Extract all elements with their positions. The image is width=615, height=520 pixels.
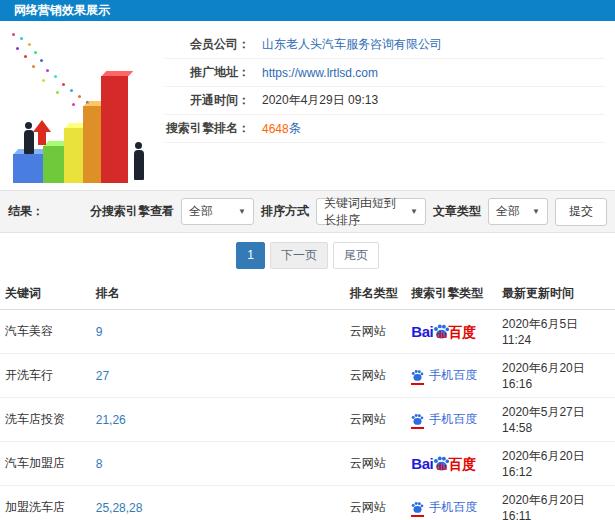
ranking-table: 关键词 排名 排名类型 搜索引擎类型 最新更新时间 汽车美容9云网站Baidu百… bbox=[0, 277, 615, 520]
keyword-cell: 洗车店投资 bbox=[0, 398, 91, 442]
table-row: 洗车店投资21,26云网站手机百度2020年5月27日 14:58 bbox=[0, 398, 615, 442]
sort-label: 排序方式 bbox=[261, 203, 309, 220]
article-type-select[interactable]: 全部 ▼ bbox=[488, 198, 548, 225]
keyword-cell: 开洗车行 bbox=[0, 354, 91, 398]
header-keyword: 关键词 bbox=[0, 277, 91, 310]
mobile-baidu-icon bbox=[411, 413, 424, 429]
info-section: 会员公司： 山东老人头汽车服务咨询有限公司 推广地址： https://www.… bbox=[0, 21, 615, 190]
promo-url-link[interactable]: https://www.lrtlsd.com bbox=[262, 66, 378, 80]
rank-cell: 25,28,28 bbox=[91, 486, 345, 520]
article-type-value: 全部 bbox=[496, 203, 520, 220]
engine-cell: Baidu百度 bbox=[406, 442, 497, 486]
keyword-cell: 汽车美容 bbox=[0, 310, 91, 354]
updated-cell: 2020年6月20日 16:11 bbox=[497, 486, 615, 520]
illu-bar-blue bbox=[13, 154, 43, 183]
mobile-baidu-label: 手机百度 bbox=[429, 368, 477, 382]
baidu-logo-du: du bbox=[436, 331, 447, 340]
filter-bar: 结果： 分搜索引擎查看 全部 ▼ 排序方式 关键词由短到长排序 ▼ 文章类型 全… bbox=[0, 190, 615, 233]
rank-link[interactable]: 8 bbox=[96, 457, 103, 471]
rank-cell: 21,26 bbox=[91, 398, 345, 442]
table-row: 加盟洗车店25,28,28云网站手机百度2020年6月20日 16:11 bbox=[0, 486, 615, 520]
engine-filter-label: 分搜索引擎查看 bbox=[90, 203, 174, 220]
company-label: 会员公司： bbox=[165, 36, 250, 53]
rank-type-cell: 云网站 bbox=[345, 442, 407, 486]
open-time-value: 2020年4月29日 09:13 bbox=[262, 92, 378, 109]
info-row-company: 会员公司： 山东老人头汽车服务咨询有限公司 bbox=[165, 31, 605, 59]
person-figure-right bbox=[133, 142, 144, 180]
filter-controls: 分搜索引擎查看 全部 ▼ 排序方式 关键词由短到长排序 ▼ 文章类型 全部 ▼ … bbox=[90, 198, 607, 226]
rank-type-cell: 云网站 bbox=[345, 354, 407, 398]
mobile-baidu-icon bbox=[411, 369, 424, 385]
article-type-label: 文章类型 bbox=[433, 203, 481, 220]
baidu-paw-icon bbox=[411, 501, 424, 514]
baidu-logo: Baidu百度 bbox=[411, 455, 476, 472]
next-page-button[interactable]: 下一页 bbox=[270, 242, 328, 269]
chevron-down-icon: ▼ bbox=[532, 207, 540, 216]
rank-link[interactable]: 27 bbox=[96, 369, 109, 383]
rank-link[interactable]: 9 bbox=[96, 325, 103, 339]
table-row: 汽车美容9云网站Baidu百度2020年6月5日 11:24 bbox=[0, 310, 615, 354]
baidu-logo-du: du bbox=[436, 463, 447, 472]
submit-button[interactable]: 提交 bbox=[555, 198, 607, 226]
rank-link[interactable]: 21,26 bbox=[96, 413, 126, 427]
result-label: 结果： bbox=[8, 203, 44, 220]
rank-link[interactable]: 25,28,28 bbox=[96, 501, 143, 515]
illu-bar-red bbox=[101, 76, 128, 183]
header-rank: 排名 bbox=[91, 277, 345, 310]
mobile-baidu-label: 手机百度 bbox=[429, 500, 477, 514]
mobile-baidu-icon bbox=[411, 501, 424, 517]
baidu-paw-icon bbox=[411, 369, 424, 382]
updated-cell: 2020年5月27日 14:58 bbox=[497, 398, 615, 442]
rank-type-cell: 云网站 bbox=[345, 486, 407, 520]
info-row-open-time: 开通时间： 2020年4月29日 09:13 bbox=[165, 87, 605, 115]
engine-cell: 手机百度 bbox=[406, 354, 497, 398]
keyword-cell: 汽车加盟店 bbox=[0, 442, 91, 486]
rank-type-cell: 云网站 bbox=[345, 310, 407, 354]
engine-cell: 手机百度 bbox=[406, 486, 497, 520]
baidu-logo-bai: Bai bbox=[411, 324, 433, 339]
table-row: 开洗车行27云网站手机百度2020年6月20日 16:16 bbox=[0, 354, 615, 398]
page-1-button[interactable]: 1 bbox=[236, 242, 265, 269]
keyword-cell: 加盟洗车店 bbox=[0, 486, 91, 520]
table-header: 关键词 排名 排名类型 搜索引擎类型 最新更新时间 bbox=[0, 277, 615, 310]
info-row-rank-count: 搜索引擎排名： 4648 条 bbox=[165, 115, 605, 143]
updated-cell: 2020年6月5日 11:24 bbox=[497, 310, 615, 354]
table-row: 汽车加盟店8云网站Baidu百度2020年6月20日 16:12 bbox=[0, 442, 615, 486]
page-title-bar: 网络营销效果展示 bbox=[0, 0, 615, 21]
page-title: 网络营销效果展示 bbox=[14, 3, 110, 17]
updated-cell: 2020年6月20日 16:12 bbox=[497, 442, 615, 486]
rank-count-value: 4648 bbox=[262, 122, 289, 136]
promo-url-label: 推广地址： bbox=[165, 64, 250, 81]
rank-cell: 27 bbox=[91, 354, 345, 398]
header-engine-type: 搜索引擎类型 bbox=[406, 277, 497, 310]
confetti-dots bbox=[12, 33, 15, 36]
baidu-paw-icon bbox=[411, 413, 424, 426]
mobile-baidu-label: 手机百度 bbox=[429, 412, 477, 426]
pagination: 1 下一页 尾页 bbox=[0, 233, 615, 277]
baidu-logo-bai: Bai bbox=[411, 456, 433, 471]
company-info: 会员公司： 山东老人头汽车服务咨询有限公司 推广地址： https://www.… bbox=[165, 31, 615, 190]
engine-cell: Baidu百度 bbox=[406, 310, 497, 354]
engine-filter-select[interactable]: 全部 ▼ bbox=[181, 198, 254, 225]
chevron-down-icon: ▼ bbox=[410, 207, 418, 216]
chevron-down-icon: ▼ bbox=[238, 207, 246, 216]
sort-select[interactable]: 关键词由短到长排序 ▼ bbox=[316, 198, 426, 225]
page: 网络营销效果展示 会员公司： 山东老人头汽车服务咨询有限公司 推广地址： htt… bbox=[0, 0, 615, 520]
header-rank-type: 排名类型 bbox=[345, 277, 407, 310]
bar-chart-illustration bbox=[0, 21, 165, 190]
baidu-logo: Baidu百度 bbox=[411, 323, 476, 340]
rank-cell: 9 bbox=[91, 310, 345, 354]
updated-cell: 2020年6月20日 16:16 bbox=[497, 354, 615, 398]
rank-count-unit: 条 bbox=[289, 120, 301, 137]
engine-cell: 手机百度 bbox=[406, 398, 497, 442]
open-time-label: 开通时间： bbox=[165, 92, 250, 109]
rank-count-label: 搜索引擎排名： bbox=[165, 120, 250, 137]
company-name-link[interactable]: 山东老人头汽车服务咨询有限公司 bbox=[262, 36, 442, 53]
up-arrow-icon bbox=[33, 120, 51, 132]
person-figure-left bbox=[23, 122, 34, 154]
baidu-logo-cn: 百度 bbox=[448, 457, 476, 471]
header-updated: 最新更新时间 bbox=[497, 277, 615, 310]
sort-value: 关键词由短到长排序 bbox=[324, 195, 404, 229]
baidu-logo-cn: 百度 bbox=[448, 325, 476, 339]
last-page-button[interactable]: 尾页 bbox=[333, 242, 379, 269]
